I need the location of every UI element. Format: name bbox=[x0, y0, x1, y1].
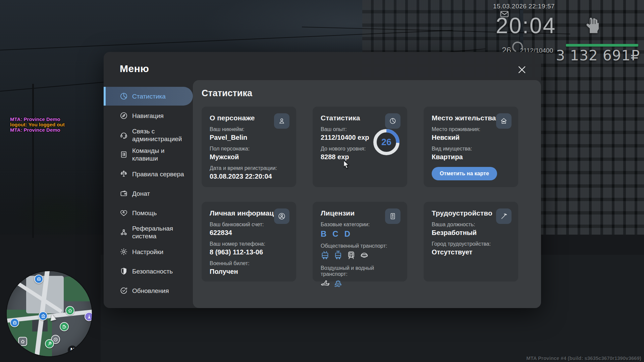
chat-log: MTA: Province Demo logout: You logged ou… bbox=[10, 117, 65, 133]
page-title: Статистика bbox=[202, 88, 252, 99]
field-value: Мужской bbox=[210, 153, 288, 161]
sidebar-item-label: Навигация bbox=[132, 112, 164, 120]
driver-cap-icon bbox=[360, 251, 369, 261]
shield-icon bbox=[120, 267, 128, 275]
field-label: Ваш опыт: bbox=[321, 126, 377, 132]
sidebar-item-label: Безопасность bbox=[132, 267, 173, 275]
sidebar-item-referral[interactable]: Реферальная система bbox=[104, 223, 193, 242]
minimap-fuel-marker bbox=[60, 322, 69, 331]
field-label: Вид имущества: bbox=[432, 146, 510, 152]
trolleybus-icon bbox=[321, 251, 329, 261]
sidebar-item-settings[interactable]: Настройки bbox=[104, 242, 193, 261]
menu-window: Меню Статистика Навигация bbox=[104, 52, 541, 308]
server-build-info: MTA Province #4 (build: s3635c3670r1390v… bbox=[526, 355, 641, 361]
hud-datetime: 15.03.2026 22:19:57 bbox=[493, 3, 560, 10]
sidebar-item-statistics[interactable]: Статистика bbox=[104, 87, 193, 106]
game-screen: 15.03.2026 22:19:57 20:04 26 2112/10400 … bbox=[0, 0, 644, 362]
compass-icon bbox=[120, 112, 128, 120]
license-categories: B C D bbox=[321, 229, 399, 239]
pie-chart-icon bbox=[120, 92, 128, 100]
minimap-home-marker bbox=[65, 306, 74, 315]
minimap-trolleybus-marker bbox=[34, 275, 43, 284]
mouse-cursor bbox=[343, 160, 351, 170]
minimap-tower-marker bbox=[85, 312, 92, 321]
field-value: Получен bbox=[210, 268, 288, 276]
chat-message: MTA: Province Demo bbox=[10, 127, 65, 133]
pickaxe-icon bbox=[496, 208, 512, 224]
wallet-icon bbox=[120, 189, 128, 197]
sidebar-item-label: Помощь bbox=[132, 209, 157, 217]
hud-clock: 20:04 bbox=[496, 13, 556, 38]
licenses-air-water-label: Воздушный и водный транспорт: bbox=[321, 265, 399, 277]
network-icon bbox=[120, 228, 128, 236]
pie-chart-icon bbox=[385, 113, 400, 129]
field-value: Отсутствует bbox=[432, 248, 510, 256]
field-label: Военный билет: bbox=[210, 260, 288, 266]
sidebar-item-updates[interactable]: Обновления bbox=[104, 281, 193, 300]
person-icon bbox=[274, 113, 289, 129]
sidebar-item-label: Реферальная система bbox=[132, 225, 190, 240]
sidebar-item-label: Статистика bbox=[132, 93, 166, 100]
field-label: Дата и время регистрации: bbox=[210, 165, 288, 171]
tree-silhouette bbox=[13, 188, 101, 241]
category-b: B bbox=[321, 229, 326, 239]
mark-on-map-button[interactable]: Отметить на карте bbox=[432, 167, 497, 180]
sidebar-item-navigation[interactable]: Навигация bbox=[104, 106, 193, 125]
field-value: 2112/10400 exp bbox=[321, 134, 377, 141]
boat-icon bbox=[334, 279, 342, 289]
sidebar-item-label: Правила сервера bbox=[132, 170, 184, 178]
hud-progress-bar bbox=[566, 44, 638, 47]
air-water-licenses bbox=[321, 279, 399, 289]
tram-icon bbox=[334, 251, 342, 261]
field-label: Город трудоустройства: bbox=[432, 241, 510, 247]
scales-icon bbox=[120, 170, 128, 178]
category-d: D bbox=[344, 229, 350, 239]
hud-money: 3 132 691₽ bbox=[550, 47, 640, 64]
sidebar-item-label: Настройки bbox=[132, 248, 163, 256]
close-icon[interactable] bbox=[517, 65, 527, 75]
card-residence: Место жительства Место проживания: Невск… bbox=[424, 107, 518, 187]
document-icon bbox=[120, 150, 128, 159]
sidebar-item-admin-contact[interactable]: Связь с администрацией bbox=[104, 126, 193, 144]
card-employment: Трудоустройство Ваша должность: Безработ… bbox=[424, 202, 518, 282]
field-value: Безработный bbox=[432, 229, 510, 237]
chat-message: MTA: Province Demo bbox=[10, 117, 65, 122]
house-icon bbox=[496, 113, 512, 129]
menu-title: Меню bbox=[120, 63, 149, 74]
card-statistics: Статистика Ваш опыт: 2112/10400 exp До н… bbox=[313, 107, 407, 187]
category-c: C bbox=[332, 229, 338, 239]
field-label: Пол персонажа: bbox=[210, 146, 288, 152]
sidebar-item-donate[interactable]: Донат bbox=[104, 184, 193, 203]
field-value: Квартира bbox=[432, 153, 510, 161]
card-personal-info: Личная информация Ваш банковский счет: 6… bbox=[202, 202, 296, 282]
menu-content-panel: Статистика О персонаже Ваш никнейм: Pave… bbox=[193, 80, 541, 308]
field-label: До нового уровня: bbox=[321, 146, 377, 152]
level-value: 26 bbox=[372, 128, 400, 156]
sidebar-item-commands[interactable]: Команды и клавиши bbox=[104, 145, 193, 164]
train-icon bbox=[347, 251, 356, 261]
minimap-service-marker bbox=[45, 339, 54, 348]
sidebar-item-help[interactable]: Помощь bbox=[104, 203, 193, 222]
menu-sidebar: Статистика Навигация Связь с bbox=[104, 87, 193, 300]
field-value: 8 (963) 112-13-06 bbox=[210, 248, 288, 256]
sidebar-item-label: Команды и клавиши bbox=[132, 147, 190, 162]
minimap-station-marker bbox=[39, 311, 48, 320]
sidebar-item-server-rules[interactable]: Правила сервера bbox=[104, 165, 193, 183]
heart-handshake-icon bbox=[120, 209, 128, 217]
field-label: Ваш номер телефона: bbox=[210, 241, 288, 247]
licenses-public-label: Общественный транспорт: bbox=[321, 243, 399, 249]
headset-icon bbox=[120, 131, 128, 139]
minimap: N bbox=[7, 271, 92, 356]
sidebar-item-label: Связь с администрацией bbox=[132, 127, 190, 143]
chat-message: logout: You logged out bbox=[10, 122, 65, 127]
level-progress-ring: 26 bbox=[372, 128, 400, 156]
field-value: Невский bbox=[432, 134, 510, 141]
sidebar-item-security[interactable]: Безопасность bbox=[104, 262, 193, 281]
field-value: 03.08.2023 22:20:04 bbox=[210, 173, 288, 180]
sidebar-item-label: Донат bbox=[132, 190, 150, 197]
sidebar-item-label: Обновления bbox=[132, 287, 169, 295]
gear-icon bbox=[120, 248, 128, 256]
public-transport-licenses bbox=[321, 251, 399, 261]
plane-icon bbox=[321, 279, 329, 289]
field-value: 8288 exp bbox=[321, 153, 377, 161]
